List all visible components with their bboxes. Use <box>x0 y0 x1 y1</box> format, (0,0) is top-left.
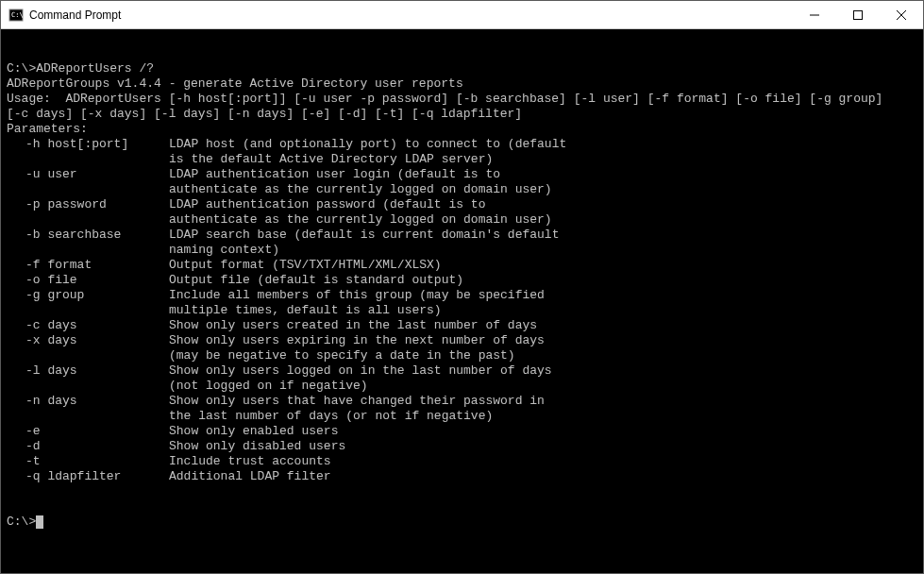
minimize-button[interactable] <box>793 1 836 28</box>
window-title: Command Prompt <box>29 8 793 22</box>
svg-rect-3 <box>854 10 863 19</box>
terminal-content: C:\>ADReportUsers /?ADReportGroups v1.4.… <box>7 61 917 530</box>
param-desc: Include trust accounts <box>169 454 917 469</box>
param-flag: -q ldapfilter <box>7 469 169 484</box>
param-flag: -b searchbase <box>7 228 169 243</box>
param-row: -h host[:port]LDAP host (and optionally … <box>7 137 917 152</box>
param-flag: -g group <box>7 288 169 303</box>
param-desc-cont: (may be negative to specify a date in th… <box>7 348 917 363</box>
param-desc-cont: (not logged on if negative) <box>7 379 917 394</box>
param-desc-cont: is the default Active Directory LDAP ser… <box>7 152 917 167</box>
param-desc-cont: authenticate as the currently logged on … <box>7 212 917 228</box>
param-desc: Show only users that have changed their … <box>169 394 917 409</box>
prompt: C:\> <box>7 61 36 76</box>
param-flag: -u user <box>7 167 169 182</box>
param-desc: LDAP search base (default is current dom… <box>169 228 917 243</box>
param-flag: -l days <box>7 363 169 379</box>
param-desc: Show only enabled users <box>169 424 917 439</box>
window-controls <box>793 1 923 28</box>
param-desc: Output file (default is standard output) <box>169 273 917 288</box>
titlebar[interactable]: C:\ Command Prompt <box>1 1 923 29</box>
param-desc: LDAP host (and optionally port) to conne… <box>169 137 917 152</box>
window-frame: C:\ Command Prompt C:\>ADReportUsers /?A… <box>0 0 924 574</box>
param-desc: Show only users created in the last numb… <box>169 318 917 333</box>
usage-line: [-c days] [-x days] [-l days] [-n days] … <box>7 107 917 122</box>
param-row: -f formatOutput format (TSV/TXT/HTML/XML… <box>7 258 917 273</box>
param-desc: Additional LDAP filter <box>169 469 917 484</box>
param-desc: Show only disabled users <box>169 439 917 454</box>
param-row: -x daysShow only users expiring in the n… <box>7 333 917 348</box>
terminal-body[interactable]: C:\>ADReportUsers /?ADReportGroups v1.4.… <box>1 29 923 573</box>
svg-text:C:\: C:\ <box>11 11 24 19</box>
blank-line <box>7 499 917 515</box>
prompt-idle: C:\> <box>7 515 917 530</box>
param-desc: Include all members of this group (may b… <box>169 288 917 303</box>
param-desc: LDAP authentication password (default is… <box>169 197 917 212</box>
param-desc: Show only users expiring in the next num… <box>169 333 917 348</box>
param-flag: -x days <box>7 333 169 348</box>
param-desc-cont: naming context) <box>7 243 917 258</box>
blank-line <box>7 484 917 499</box>
param-row: -g groupInclude all members of this grou… <box>7 288 917 303</box>
maximize-button[interactable] <box>836 1 880 28</box>
param-row: -tInclude trust accounts <box>7 454 917 469</box>
param-flag: -f format <box>7 258 169 273</box>
param-desc-cont: authenticate as the currently logged on … <box>7 182 917 197</box>
param-desc-cont: multiple times, default is all users) <box>7 303 917 318</box>
param-flag: -h host[:port] <box>7 137 169 152</box>
param-row: -l daysShow only users logged on in the … <box>7 363 917 379</box>
param-row: -n daysShow only users that have changed… <box>7 394 917 409</box>
prompt: C:\> <box>7 515 36 529</box>
command-line: C:\>ADReportUsers /? <box>7 61 917 76</box>
param-row: -u userLDAP authentication user login (d… <box>7 167 917 182</box>
param-flag: -o file <box>7 273 169 288</box>
param-flag: -d <box>7 439 169 454</box>
param-row: -c daysShow only users created in the la… <box>7 318 917 333</box>
param-row: -q ldapfilterAdditional LDAP filter <box>7 469 917 484</box>
usage-line: Usage: ADReportUsers [-h host[:port]] [-… <box>7 92 917 107</box>
program-header: ADReportGroups v1.4.4 - generate Active … <box>7 76 917 92</box>
command-text: ADReportUsers /? <box>36 61 154 76</box>
param-desc: Show only users logged on in the last nu… <box>169 363 917 379</box>
param-flag: -p password <box>7 197 169 212</box>
param-desc-cont: the last number of days (or not if negat… <box>7 409 917 424</box>
param-row: -eShow only enabled users <box>7 424 917 439</box>
close-button[interactable] <box>880 1 923 28</box>
param-desc: LDAP authentication user login (default … <box>169 167 917 182</box>
param-row: -p passwordLDAP authentication password … <box>7 197 917 212</box>
param-flag: -e <box>7 424 169 439</box>
param-flag: -c days <box>7 318 169 333</box>
param-flag: -t <box>7 454 169 469</box>
param-flag: -n days <box>7 394 169 409</box>
parameters-label: Parameters: <box>7 122 917 137</box>
cursor <box>36 515 43 529</box>
param-row: -dShow only disabled users <box>7 439 917 454</box>
app-icon: C:\ <box>8 8 24 23</box>
param-desc: Output format (TSV/TXT/HTML/XML/XLSX) <box>169 258 917 273</box>
param-row: -o fileOutput file (default is standard … <box>7 273 917 288</box>
param-row: -b searchbaseLDAP search base (default i… <box>7 228 917 243</box>
